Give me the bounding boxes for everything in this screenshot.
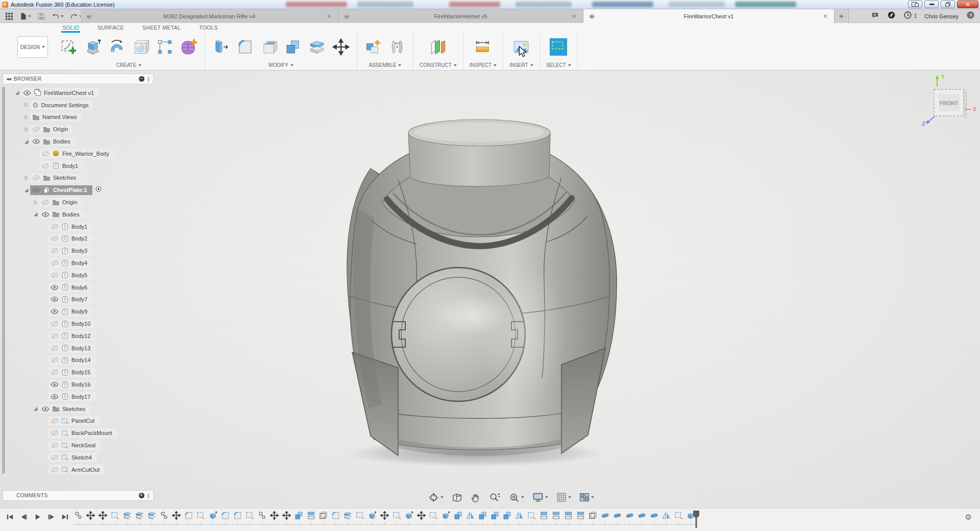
timeline-feature-extrude[interactable] [209, 511, 217, 520]
browser-row-body14[interactable]: Body14 [3, 354, 154, 367]
browser-row-firewarriorchest-v1[interactable]: FireWarriorChest v1 [3, 87, 154, 99]
expand-node-icon[interactable] [22, 102, 30, 108]
collapse-node-icon[interactable] [22, 139, 30, 144]
browser-header[interactable]: ◀◀ BROWSER − ∥ [3, 74, 154, 84]
timeline-feature-move[interactable] [86, 511, 95, 520]
timeline-feature-move[interactable] [99, 511, 107, 520]
timeline-feature-sketch[interactable] [197, 511, 205, 520]
browser-node[interactable]: Body17 [48, 392, 95, 401]
collapse-node-icon[interactable] [22, 187, 30, 193]
panel-minus-icon[interactable]: − [139, 76, 144, 82]
browser-node[interactable]: Origin [39, 198, 82, 207]
select-button[interactable] [549, 37, 568, 57]
timeline-feature-pattern[interactable] [589, 511, 597, 520]
browser-row-body13[interactable]: Body13 [3, 342, 154, 354]
combine-button[interactable] [283, 37, 303, 57]
zoom-button[interactable] [487, 491, 502, 504]
timeline-feature-mirror[interactable] [662, 511, 671, 520]
comment-button[interactable] [871, 11, 879, 21]
browser-node[interactable]: Body9 [48, 307, 92, 317]
browser-node[interactable]: Sketches [30, 174, 81, 182]
save-button[interactable] [35, 11, 47, 21]
expand-node-icon[interactable] [22, 114, 30, 120]
timeline-feature-move[interactable] [380, 511, 389, 520]
orbit-button[interactable] [427, 491, 445, 504]
go-to-start-button[interactable] [5, 512, 14, 521]
browser-row-sketch4[interactable]: Sketch4 [3, 451, 154, 464]
pan-button[interactable] [469, 491, 482, 504]
file-menu-button[interactable] [17, 11, 33, 21]
help-button[interactable]: ? [966, 11, 975, 21]
close-tab-icon[interactable]: ✕ [822, 13, 829, 20]
timeline-feature-sketch[interactable] [674, 511, 683, 520]
play-button[interactable] [33, 512, 42, 521]
browser-node[interactable]: ChestPlate:1 [30, 185, 92, 195]
browser-row-body4[interactable]: Body4 [3, 257, 154, 269]
browser-row-body6[interactable]: Body6 [3, 281, 154, 294]
comments-header[interactable]: COMMENTS + ∥ [3, 490, 154, 501]
create-sketch-button[interactable] [59, 37, 79, 57]
browser-node[interactable]: Bodies [39, 210, 85, 219]
create-group-label[interactable]: CREATE [59, 61, 199, 69]
browser-node[interactable]: Body5 [48, 270, 92, 280]
browser-row-body3[interactable]: Body3 [3, 245, 154, 257]
job-status-button[interactable] [903, 11, 912, 21]
timeline-feature-sketch[interactable] [527, 511, 536, 520]
browser-node[interactable]: Sketches [39, 404, 90, 413]
measure-button[interactable] [473, 37, 493, 57]
browser-row-fire-warrior-body[interactable]: Fire_Warrior_Body [3, 148, 154, 160]
document-tab[interactable]: M392 Designated Marksman Rifle v4✕ [81, 9, 338, 23]
collapse-panel-icon[interactable]: ◀◀ [6, 77, 11, 81]
browser-row-body2[interactable]: Body2 [3, 233, 154, 245]
browser-node[interactable]: Origin [30, 125, 73, 134]
browser-node[interactable]: Body1 [39, 161, 83, 171]
timeline-feature-fillet[interactable] [331, 511, 340, 520]
revolve-button[interactable] [107, 37, 127, 57]
browser-node[interactable]: Body7 [48, 295, 92, 304]
pen-display-button[interactable] [908, 1, 922, 8]
step-forward-button[interactable] [46, 512, 56, 521]
form-button[interactable] [179, 37, 199, 57]
timeline-feature-chamfer[interactable] [601, 511, 609, 520]
maximize-button[interactable] [941, 1, 955, 8]
pattern-button[interactable] [155, 37, 175, 57]
grid-settings-button[interactable] [555, 491, 573, 504]
insert-group-label[interactable]: INSERT [509, 61, 533, 69]
timeline-settings-gear-icon[interactable]: ⚙ [965, 513, 972, 522]
collapse-node-icon[interactable] [13, 90, 21, 95]
browser-row-sketches[interactable]: Sketches [3, 403, 154, 415]
browser-node[interactable]: Body10 [48, 319, 95, 329]
go-to-end-button[interactable] [60, 512, 69, 521]
timeline-feature-extrude[interactable] [368, 511, 377, 520]
timeline-feature-split-face[interactable] [540, 511, 548, 520]
timeline-feature-sketch[interactable] [429, 511, 438, 520]
collapse-node-icon[interactable] [31, 406, 39, 412]
browser-row-body1[interactable]: Body1 [3, 221, 154, 233]
browser-row-body15[interactable]: Body15 [3, 366, 154, 378]
timeline-feature-combine[interactable] [503, 511, 511, 520]
timeline-feature-mirror[interactable] [515, 511, 524, 520]
fillet-button[interactable] [235, 37, 255, 57]
timeline-position-marker[interactable] [692, 510, 700, 528]
joint-button[interactable] [387, 37, 407, 57]
browser-node[interactable]: Body16 [48, 380, 95, 390]
timeline-feature-sketch[interactable] [393, 511, 401, 520]
timeline-feature-split-body[interactable] [135, 511, 144, 520]
browser-node[interactable]: Body15 [48, 368, 95, 377]
browser-node[interactable]: Fire_Warrior_Body [39, 149, 114, 158]
timeline-feature-fillet[interactable] [184, 511, 193, 520]
display-settings-button[interactable] [531, 491, 550, 504]
ribbon-tab-solid[interactable]: SOLID [61, 24, 80, 33]
browser-node[interactable]: Body14 [48, 355, 95, 365]
construct-group-label[interactable]: CONSTRUCT [420, 61, 457, 69]
timeline-feature-chamfer[interactable] [625, 511, 634, 520]
timeline-feature-fillet[interactable] [233, 511, 242, 520]
browser-row-named-views[interactable]: Named Views [3, 111, 154, 124]
timeline-feature-pattern[interactable] [319, 511, 328, 520]
browser-row-backpackmount[interactable]: BackPackMount [3, 427, 154, 439]
timeline-feature-chamfer[interactable] [613, 511, 622, 520]
timeline-feature-sketch[interactable] [356, 511, 364, 520]
ribbon-tab-sheet-metal[interactable]: SHEET METAL [141, 24, 182, 33]
timeline-feature-combine[interactable] [295, 511, 303, 520]
browser-row-document-settings[interactable]: ⚙Document Settings [3, 99, 154, 111]
